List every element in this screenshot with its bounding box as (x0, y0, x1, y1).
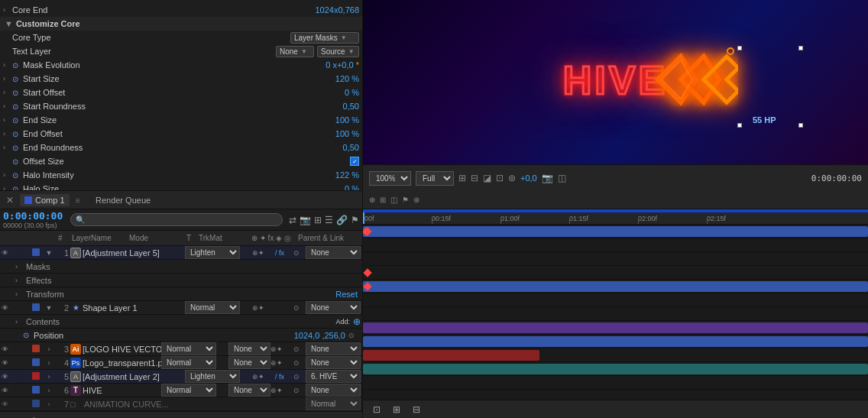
eye-vis-icon-1[interactable]: 👁 (2, 249, 8, 257)
layer-mode-select-7[interactable]: Normal (306, 397, 361, 410)
layer-expand-7[interactable]: › (44, 400, 53, 408)
tl-bottom-2[interactable]: ⊞ (389, 403, 404, 416)
settings-icon[interactable]: ⚙ (26, 414, 41, 419)
core-type-row[interactable]: Core Type Layer Masks (0, 31, 362, 44)
eye-vis-icon-6[interactable]: 👁 (2, 387, 8, 394)
offset-size-row[interactable]: ⊙ Offset Size ✓ (0, 154, 362, 168)
render-queue-tab[interactable]: Render Queue (96, 196, 151, 205)
text-layer-dropdown2[interactable]: Source (317, 46, 359, 57)
tl-control-3[interactable]: ◫ (390, 196, 397, 204)
layer-expand-1[interactable]: ▼ (44, 249, 53, 257)
layer-mode-select-1[interactable]: Lighten (185, 246, 240, 259)
tl-control-4[interactable]: ⚑ (402, 196, 409, 204)
camera-icon[interactable]: 📷 (300, 215, 311, 225)
layer-mode-select-5[interactable]: Lighten (185, 370, 240, 383)
preview-zoom-select[interactable]: 100% (369, 171, 411, 186)
layers-icon[interactable]: ☰ (325, 215, 333, 225)
overlay-icon[interactable]: ◪ (483, 173, 491, 183)
handle-br[interactable] (798, 123, 803, 128)
effects-sub-row[interactable]: › Effects (0, 274, 362, 287)
3d-icon[interactable]: ⊛ (508, 173, 516, 183)
text-layer-row[interactable]: Text Layer None Source (0, 44, 362, 58)
stopwatch-icon-5: ⊙ (12, 116, 23, 125)
layer-row-5[interactable]: 👁 › 5 A [Adjustment Layer 2] Lighten ⊕✦ … (0, 370, 362, 384)
timeline-range-bar (363, 209, 868, 212)
layer-mode-select-6[interactable]: Normal (161, 384, 216, 397)
layer-parent-select-3[interactable]: None (306, 342, 361, 355)
tl-control-5[interactable]: ⊛ (413, 196, 419, 204)
tl-bottom-1[interactable]: ⊡ (369, 403, 384, 416)
grid-icon[interactable]: ⊞ (314, 215, 322, 225)
layer-parent-select-4[interactable]: None (306, 356, 361, 369)
start-size-row[interactable]: › ⊙ Start Size 120 % (0, 72, 362, 86)
transform-sub-row[interactable]: › Transform Reset (0, 287, 362, 301)
layer-row-6[interactable]: 👁 › 6 T HIVE Normal None ⊕✦ (0, 384, 362, 397)
preview-panel: HIVE (363, 0, 868, 191)
frame-icon[interactable]: ⊞ (458, 173, 466, 183)
comp-tab-comp1[interactable]: Comp 1 (20, 194, 70, 206)
layer-parent-select-1[interactable]: None (306, 246, 361, 259)
link-icon[interactable]: 🔗 (336, 215, 348, 225)
contents-sub-row[interactable]: › Contents Add: ⊕ (0, 315, 362, 329)
trkmat-select-3[interactable]: None (228, 342, 270, 355)
layer-expand-5[interactable]: › (44, 373, 53, 381)
safe-areas-icon[interactable]: ⊡ (496, 173, 504, 183)
track-row-6 (363, 362, 868, 376)
mask-evolution-row[interactable]: › ⊙ Mask Evolution 0 x+0,0 * (0, 58, 362, 72)
layer-search-input[interactable] (70, 213, 283, 226)
layer-mode-select-2[interactable]: Normal (185, 301, 240, 314)
eye-vis-icon-3[interactable]: 👁 (2, 345, 8, 353)
add-contents-btn[interactable]: ⊕ (353, 316, 361, 327)
offset-size-checkbox[interactable]: ✓ (350, 157, 359, 166)
text-layer-dropdown1[interactable]: None (276, 46, 314, 57)
layer-row-3[interactable]: 👁 › 3 Ai [LOGO HIVE VECTOR.ai] Normal No… (0, 342, 362, 356)
keyframe-transform[interactable] (363, 268, 371, 277)
handle-bl[interactable] (737, 123, 742, 128)
position-property-row[interactable]: ⊙ Position 1024,0 ,256,0 ⊙ (0, 329, 362, 342)
end-offset-row[interactable]: › ⊙ End Offset 100 % (0, 127, 362, 141)
new-comp-icon[interactable]: □ (6, 414, 21, 419)
layer-parent-select-6[interactable]: None (306, 384, 361, 397)
trkmat-select-6[interactable]: None (228, 384, 270, 397)
track-row-masks (363, 238, 868, 252)
layer-expand-2[interactable]: ▼ (44, 304, 53, 312)
end-roundness-row[interactable]: › ⊙ End Roundness 0,50 (0, 141, 362, 154)
grid-preview-icon[interactable]: ⊟ (471, 173, 478, 183)
trkmat-select-4[interactable]: None (228, 356, 270, 369)
layer-row-2[interactable]: 👁 ▼ 2 ★ Shape Layer 1 Normal ⊕✦ ⊙ None (0, 301, 362, 315)
eye-vis-icon-7[interactable]: 👁 (2, 400, 8, 408)
preview-quality-select[interactable]: Full (416, 171, 454, 186)
masks-sub-row[interactable]: › Masks (0, 260, 362, 274)
add-layer-icon[interactable]: + (46, 414, 61, 419)
halo-size-row[interactable]: › ⊙ Halo Size 0 % (0, 182, 362, 191)
tl-control-1[interactable]: ⊕ (369, 196, 375, 204)
layer-mode-select-3[interactable]: Normal (161, 342, 216, 355)
layer-parent-select-2[interactable]: None (306, 301, 361, 314)
flag-icon[interactable]: ⚑ (351, 215, 359, 225)
start-offset-row[interactable]: › ⊙ Start Offset 0 % (0, 86, 362, 99)
snapshot-icon[interactable]: 📷 (542, 173, 553, 183)
end-size-row[interactable]: › ⊙ End Size 100 % (0, 113, 362, 127)
layer-list-header: # LayerName Mode T TrkMat ⊕ ✦ fx ◈ ◎ Par… (0, 231, 362, 246)
close-comp-icon[interactable]: ✕ (6, 195, 14, 206)
tl-control-2[interactable]: ⊞ (380, 196, 386, 204)
layer-expand-4[interactable]: › (44, 359, 53, 367)
layer-row-4[interactable]: 👁 › 4 Ps [Logo_transparent1.png] Normal … (0, 356, 362, 370)
layer-mode-select-4[interactable]: Normal (161, 356, 216, 369)
core-type-dropdown[interactable]: Layer Masks (290, 32, 359, 44)
layer-expand-3[interactable]: › (44, 345, 53, 353)
toggle-switches-icon[interactable]: ⇄ (289, 215, 296, 225)
eye-vis-icon-2[interactable]: 👁 (2, 304, 8, 312)
halo-intensity-row[interactable]: › ⊙ Halo Intensity 122 % (0, 168, 362, 182)
layer-parent-select-5[interactable]: 6. HIVE (306, 370, 361, 383)
layer-row-7[interactable]: 👁 › 7 □ ANIMATION CURVE... Normal (0, 397, 362, 411)
tl-bottom-3[interactable]: ⊟ (409, 403, 424, 416)
eye-vis-icon-5[interactable]: 👁 (2, 373, 8, 381)
layer-expand-6[interactable]: › (44, 387, 53, 394)
start-roundness-row[interactable]: › ⊙ Start Roundness 0,50 (0, 99, 362, 113)
layer-row-1[interactable]: 👁 ▼ 1 A [Adjustment Layer 5] Lighten ⊕✦ … (0, 246, 362, 260)
handle-tr[interactable] (798, 46, 803, 50)
eye-vis-icon-4[interactable]: 👁 (2, 359, 8, 367)
show-snapshot-icon[interactable]: ◫ (558, 173, 566, 183)
comp-tab-options-icon[interactable]: ≡ (76, 196, 80, 205)
